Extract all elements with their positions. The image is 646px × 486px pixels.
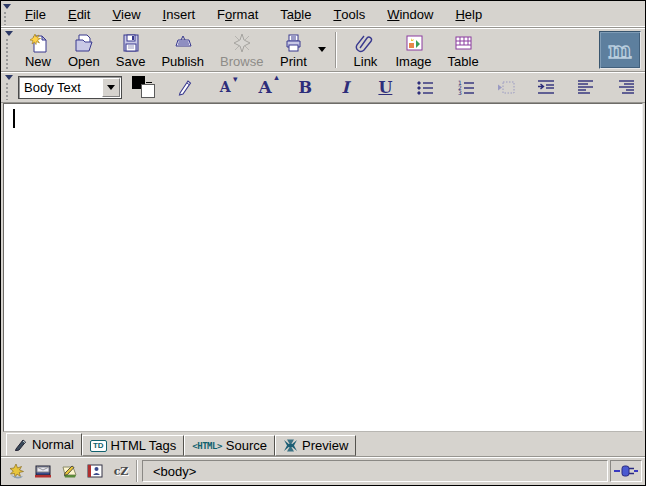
- link-button[interactable]: Link: [343, 30, 387, 70]
- tab-source[interactable]: <HTML> Source: [184, 435, 275, 456]
- tab-source-label: Source: [226, 438, 267, 453]
- menu-insert[interactable]: Insert: [152, 2, 207, 26]
- bold-button[interactable]: B: [292, 74, 318, 100]
- open-folder-icon: [73, 32, 95, 54]
- mail-icon: [33, 463, 53, 479]
- image-button[interactable]: Image: [387, 30, 439, 70]
- background-color-swatch[interactable]: [141, 84, 155, 98]
- save-button[interactable]: Save: [108, 30, 154, 70]
- save-floppy-icon: [120, 32, 142, 54]
- bulleted-list-button[interactable]: [412, 74, 438, 100]
- print-button[interactable]: Print: [271, 30, 315, 70]
- tab-normal[interactable]: Normal: [6, 433, 82, 456]
- editor-canvas[interactable]: [3, 103, 643, 432]
- numbered-list-icon: 1 2 3: [457, 79, 475, 95]
- toolbar-grippy[interactable]: [2, 3, 12, 25]
- print-dropdown-arrow[interactable]: [315, 30, 329, 70]
- open-button[interactable]: Open: [60, 30, 108, 70]
- menubar: File Edit View Insert Format Table Tools…: [1, 1, 645, 28]
- indent-button[interactable]: [533, 74, 559, 100]
- image-icon: [403, 32, 425, 54]
- menu-edit[interactable]: Edit: [57, 2, 101, 26]
- menu-tools[interactable]: Tools: [322, 2, 376, 26]
- align-left-button[interactable]: [573, 74, 599, 100]
- italic-button[interactable]: I: [332, 74, 358, 100]
- publish-button-label: Publish: [161, 54, 204, 69]
- browse-button-label: Browse: [220, 54, 263, 69]
- bulleted-list-icon: [416, 79, 434, 95]
- composer-window: File Edit View Insert Format Table Tools…: [0, 0, 646, 486]
- navigator-icon: [7, 463, 27, 479]
- tab-preview-label: Preview: [302, 438, 348, 453]
- mail-component-button[interactable]: [30, 460, 56, 482]
- outdent-icon: [497, 79, 515, 95]
- outdent-button[interactable]: [493, 74, 519, 100]
- element-path-panel[interactable]: <body>: [142, 460, 608, 482]
- image-button-label: Image: [395, 54, 431, 69]
- menu-view[interactable]: View: [101, 2, 151, 26]
- save-button-label: Save: [116, 54, 146, 69]
- font-decrease-icon: A▾: [220, 79, 231, 95]
- addressbook-component-button[interactable]: [82, 460, 108, 482]
- text-caret: [13, 109, 15, 128]
- browse-icon: [231, 32, 253, 54]
- toolbar-separator: [335, 32, 337, 68]
- browse-button[interactable]: Browse: [212, 30, 271, 70]
- mozilla-m-logo: m: [603, 36, 637, 64]
- edit-mode-tabbar: Normal TD HTML Tags <HTML> Source Previe…: [1, 432, 645, 456]
- highlight-color-button[interactable]: [172, 74, 198, 100]
- menu-table[interactable]: Table: [269, 2, 322, 26]
- decrease-font-size-button[interactable]: A▾: [212, 74, 238, 100]
- print-button-label: Print: [280, 54, 307, 69]
- new-button[interactable]: New: [16, 30, 60, 70]
- tab-normal-label: Normal: [32, 437, 74, 452]
- addressbook-icon: [85, 463, 105, 479]
- mozilla-throbber[interactable]: m: [599, 31, 641, 69]
- underline-icon: U: [378, 78, 392, 97]
- element-path-text: <body>: [153, 464, 196, 479]
- align-right-button[interactable]: [613, 74, 639, 100]
- composer-icon: [59, 463, 79, 479]
- publish-button[interactable]: Publish: [153, 30, 212, 70]
- navigator-component-button[interactable]: [4, 460, 30, 482]
- format-buttons-group: A▾ A▴ B I U: [172, 74, 639, 100]
- pen-icon: [176, 78, 194, 96]
- tab-preview[interactable]: Preview: [275, 435, 356, 456]
- print-icon: [282, 32, 304, 54]
- main-toolbar: New Open Save: [1, 28, 645, 72]
- numbered-list-button[interactable]: 1 2 3: [453, 74, 479, 100]
- align-right-icon: [617, 79, 635, 95]
- open-button-label: Open: [68, 54, 100, 69]
- menu-file[interactable]: File: [14, 2, 57, 26]
- tab-html-tags-label: HTML Tags: [111, 438, 177, 453]
- underline-button[interactable]: U: [372, 74, 398, 100]
- composer-component-button[interactable]: [56, 460, 82, 482]
- table-button-label: Table: [448, 54, 479, 69]
- menu-window[interactable]: Window: [376, 2, 444, 26]
- statusbar: cZ <body>: [1, 456, 645, 485]
- online-status-button[interactable]: [610, 460, 642, 482]
- online-plug-icon: [614, 465, 638, 477]
- tab-html-tags[interactable]: TD HTML Tags: [82, 435, 184, 456]
- toolbar-grippy[interactable]: [4, 74, 14, 100]
- table-button[interactable]: Table: [440, 30, 487, 70]
- chevron-down-icon[interactable]: [102, 78, 120, 97]
- paragraph-format-value: Body Text: [19, 80, 102, 95]
- menu-format[interactable]: Format: [206, 2, 269, 26]
- chatzilla-component-button[interactable]: cZ: [108, 460, 134, 482]
- new-page-icon: [27, 32, 49, 54]
- link-button-label: Link: [354, 54, 378, 69]
- link-icon: [354, 32, 376, 54]
- normal-pen-icon: [14, 438, 28, 451]
- table-icon: [452, 32, 474, 54]
- increase-font-size-button[interactable]: A▴: [252, 74, 278, 100]
- svg-text:3: 3: [458, 89, 462, 95]
- menu-help[interactable]: Help: [444, 2, 493, 26]
- new-button-label: New: [25, 54, 51, 69]
- text-color-picker[interactable]: [132, 75, 158, 99]
- paragraph-format-select[interactable]: Body Text: [18, 76, 122, 99]
- italic-icon: I: [342, 78, 349, 97]
- chatzilla-icon: cZ: [114, 465, 129, 478]
- svg-text:m: m: [608, 37, 631, 63]
- toolbar-grippy[interactable]: [4, 30, 14, 69]
